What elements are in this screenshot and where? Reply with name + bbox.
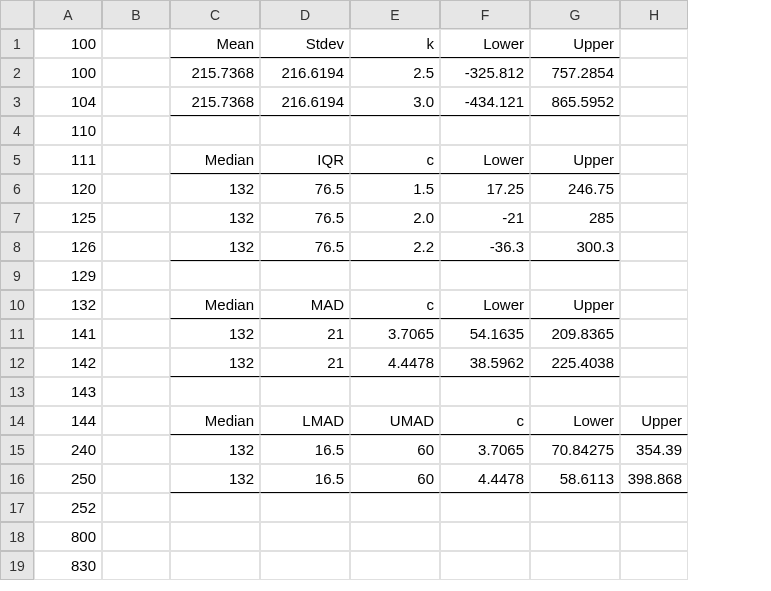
row-header-3[interactable]: 3 [0, 87, 34, 116]
cell-D6[interactable]: 76.5 [260, 174, 350, 203]
cell-C8[interactable]: 132 [170, 232, 260, 261]
cell-H9[interactable] [620, 261, 688, 290]
cell-F7[interactable]: -21 [440, 203, 530, 232]
cell-E10[interactable]: c [350, 290, 440, 319]
cell-D9[interactable] [260, 261, 350, 290]
cell-A1[interactable]: 100 [34, 29, 102, 58]
cell-D15[interactable]: 16.5 [260, 435, 350, 464]
cell-C10[interactable]: Median [170, 290, 260, 319]
cell-C7[interactable]: 132 [170, 203, 260, 232]
cell-D18[interactable] [260, 522, 350, 551]
cell-A16[interactable]: 250 [34, 464, 102, 493]
row-header-13[interactable]: 13 [0, 377, 34, 406]
cell-D1[interactable]: Stdev [260, 29, 350, 58]
cell-E5[interactable]: c [350, 145, 440, 174]
cell-E16[interactable]: 60 [350, 464, 440, 493]
cell-E2[interactable]: 2.5 [350, 58, 440, 87]
cell-F1[interactable]: Lower [440, 29, 530, 58]
row-header-7[interactable]: 7 [0, 203, 34, 232]
cell-F16[interactable]: 4.4478 [440, 464, 530, 493]
cell-C17[interactable] [170, 493, 260, 522]
cell-A6[interactable]: 120 [34, 174, 102, 203]
cell-G11[interactable]: 209.8365 [530, 319, 620, 348]
cell-G3[interactable]: 865.5952 [530, 87, 620, 116]
cell-C12[interactable]: 132 [170, 348, 260, 377]
col-header-F[interactable]: F [440, 0, 530, 29]
cell-E8[interactable]: 2.2 [350, 232, 440, 261]
row-header-8[interactable]: 8 [0, 232, 34, 261]
row-header-5[interactable]: 5 [0, 145, 34, 174]
cell-H7[interactable] [620, 203, 688, 232]
cell-G9[interactable] [530, 261, 620, 290]
cell-C18[interactable] [170, 522, 260, 551]
cell-G16[interactable]: 58.6113 [530, 464, 620, 493]
cell-H15[interactable]: 354.39 [620, 435, 688, 464]
cell-B16[interactable] [102, 464, 170, 493]
cell-E13[interactable] [350, 377, 440, 406]
row-header-17[interactable]: 17 [0, 493, 34, 522]
cell-G15[interactable]: 70.84275 [530, 435, 620, 464]
cell-F11[interactable]: 54.1635 [440, 319, 530, 348]
cell-H13[interactable] [620, 377, 688, 406]
cell-C5[interactable]: Median [170, 145, 260, 174]
cell-F13[interactable] [440, 377, 530, 406]
cell-H8[interactable] [620, 232, 688, 261]
cell-B18[interactable] [102, 522, 170, 551]
col-header-E[interactable]: E [350, 0, 440, 29]
cell-G8[interactable]: 300.3 [530, 232, 620, 261]
col-header-G[interactable]: G [530, 0, 620, 29]
cell-A10[interactable]: 132 [34, 290, 102, 319]
cell-H4[interactable] [620, 116, 688, 145]
cell-H17[interactable] [620, 493, 688, 522]
cell-D4[interactable] [260, 116, 350, 145]
cell-H1[interactable] [620, 29, 688, 58]
cell-G6[interactable]: 246.75 [530, 174, 620, 203]
cell-A11[interactable]: 141 [34, 319, 102, 348]
cell-E7[interactable]: 2.0 [350, 203, 440, 232]
cell-D8[interactable]: 76.5 [260, 232, 350, 261]
cell-E18[interactable] [350, 522, 440, 551]
cell-H3[interactable] [620, 87, 688, 116]
cell-G4[interactable] [530, 116, 620, 145]
row-header-15[interactable]: 15 [0, 435, 34, 464]
cell-A2[interactable]: 100 [34, 58, 102, 87]
cell-A5[interactable]: 111 [34, 145, 102, 174]
cell-C14[interactable]: Median [170, 406, 260, 435]
cell-G1[interactable]: Upper [530, 29, 620, 58]
cell-B11[interactable] [102, 319, 170, 348]
cell-D14[interactable]: LMAD [260, 406, 350, 435]
cell-B14[interactable] [102, 406, 170, 435]
cell-G18[interactable] [530, 522, 620, 551]
cell-F19[interactable] [440, 551, 530, 580]
cell-B1[interactable] [102, 29, 170, 58]
cell-F2[interactable]: -325.812 [440, 58, 530, 87]
cell-G13[interactable] [530, 377, 620, 406]
cell-C2[interactable]: 215.7368 [170, 58, 260, 87]
cell-A18[interactable]: 800 [34, 522, 102, 551]
cell-H18[interactable] [620, 522, 688, 551]
cell-H12[interactable] [620, 348, 688, 377]
cell-D2[interactable]: 216.6194 [260, 58, 350, 87]
cell-F9[interactable] [440, 261, 530, 290]
row-header-14[interactable]: 14 [0, 406, 34, 435]
row-header-2[interactable]: 2 [0, 58, 34, 87]
row-header-6[interactable]: 6 [0, 174, 34, 203]
cell-D17[interactable] [260, 493, 350, 522]
cell-F10[interactable]: Lower [440, 290, 530, 319]
cell-E15[interactable]: 60 [350, 435, 440, 464]
cell-B5[interactable] [102, 145, 170, 174]
cell-E9[interactable] [350, 261, 440, 290]
cell-D7[interactable]: 76.5 [260, 203, 350, 232]
cell-C3[interactable]: 215.7368 [170, 87, 260, 116]
cell-H10[interactable] [620, 290, 688, 319]
cell-C16[interactable]: 132 [170, 464, 260, 493]
spreadsheet-grid[interactable]: A B C D E F G H 1 100 Mean Stdev k Lower… [0, 0, 771, 580]
cell-C9[interactable] [170, 261, 260, 290]
cell-G2[interactable]: 757.2854 [530, 58, 620, 87]
cell-D12[interactable]: 21 [260, 348, 350, 377]
cell-E6[interactable]: 1.5 [350, 174, 440, 203]
cell-C1[interactable]: Mean [170, 29, 260, 58]
cell-A9[interactable]: 129 [34, 261, 102, 290]
cell-H2[interactable] [620, 58, 688, 87]
cell-E4[interactable] [350, 116, 440, 145]
